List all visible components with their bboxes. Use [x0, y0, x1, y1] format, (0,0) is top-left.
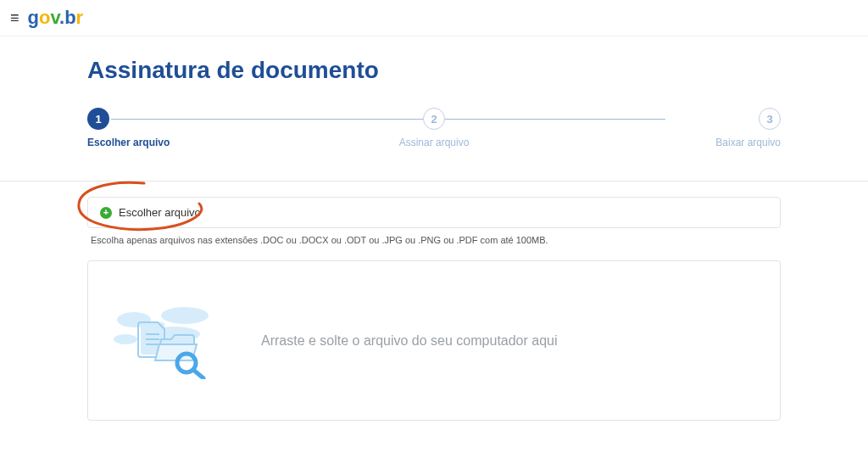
step-choose-file: 1 Escolher arquivo — [87, 108, 319, 148]
file-dropzone[interactable]: Arraste e solte o arquivo do seu computa… — [87, 260, 781, 421]
step-label: Baixar arquivo — [715, 137, 781, 148]
logo-letter: b — [64, 7, 75, 28]
file-extensions-helper: Escolha apenas arquivos nas extensões .D… — [91, 235, 777, 245]
step-number: 3 — [759, 108, 781, 130]
svg-point-1 — [161, 307, 209, 324]
app-header: ≡ gov.br — [0, 0, 868, 36]
logo-letter: g — [28, 7, 39, 28]
menu-button[interactable]: ≡ — [10, 9, 19, 27]
logo-letter: o — [39, 7, 50, 28]
step-label: Assinar arquivo — [399, 137, 470, 148]
dropzone-illustration-icon — [108, 299, 236, 383]
step-download-file: 3 Baixar arquivo — [549, 108, 781, 148]
section-divider — [0, 181, 868, 182]
govbr-logo[interactable]: gov.br — [28, 7, 84, 29]
step-label: Escolher arquivo — [87, 137, 170, 148]
plus-circle-icon: + — [100, 207, 112, 219]
svg-line-9 — [193, 370, 203, 378]
step-number: 1 — [87, 108, 109, 130]
svg-point-2 — [114, 334, 137, 344]
dropzone-text: Arraste e solte o arquivo do seu computa… — [261, 333, 558, 349]
page-title: Assinatura de documento — [87, 57, 781, 84]
progress-stepper: 1 Escolher arquivo 2 Assinar arquivo 3 B… — [87, 108, 781, 164]
step-sign-file: 2 Assinar arquivo — [319, 108, 550, 148]
logo-letter: v — [50, 7, 59, 28]
choose-file-button[interactable]: + Escolher arquivo — [87, 197, 781, 228]
hamburger-icon: ≡ — [10, 9, 19, 26]
step-number: 2 — [423, 108, 445, 130]
logo-letter: r — [76, 7, 84, 28]
choose-file-label: Escolher arquivo — [119, 206, 201, 219]
